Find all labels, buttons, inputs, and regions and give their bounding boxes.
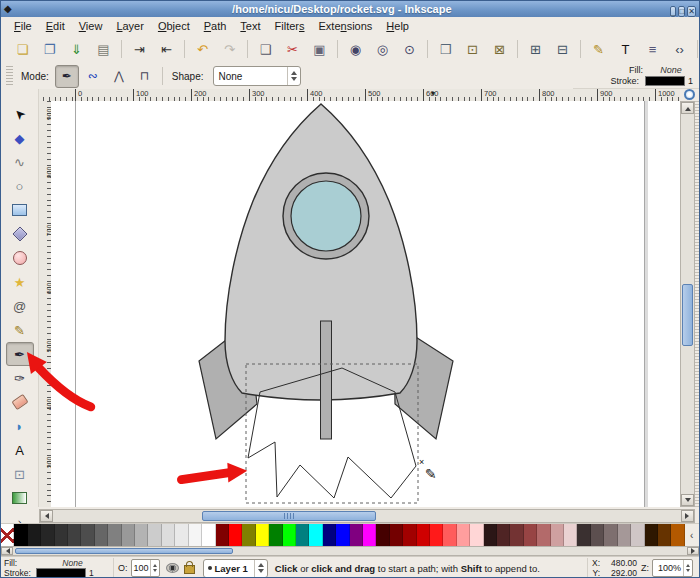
selector-tool-button[interactable]: ➤	[6, 102, 34, 126]
palette-swatch[interactable]	[390, 524, 403, 547]
stroke-color-swatch[interactable]	[645, 76, 685, 86]
layer-spinner-icon[interactable]	[254, 560, 267, 577]
palette-swatch[interactable]	[122, 524, 135, 547]
menu-item-extensions[interactable]: Extensions	[312, 19, 380, 33]
palette-swatch[interactable]	[162, 524, 175, 547]
palette-scrollbar[interactable]	[1, 546, 699, 556]
eraser-tool-button[interactable]	[6, 390, 34, 414]
palette-scroll-left-button[interactable]	[1, 547, 13, 555]
horizontal-scrollbar-thumb[interactable]	[202, 511, 376, 521]
xml-editor-button[interactable]: ‹›	[667, 37, 692, 62]
palette-swatch[interactable]	[336, 524, 349, 547]
palette-swatch[interactable]	[671, 524, 684, 547]
vertical-scrollbar[interactable]	[680, 101, 695, 507]
menu-item-path[interactable]: Path	[197, 19, 234, 33]
clone-button[interactable]: ⊡	[460, 37, 485, 62]
menu-item-layer[interactable]: Layer	[109, 19, 151, 33]
palette-swatch[interactable]	[350, 524, 363, 547]
calligraphy-tool-button[interactable]: ✑	[6, 366, 34, 390]
palette-swatch[interactable]	[283, 524, 296, 547]
import-document-button[interactable]: ⇥	[127, 37, 152, 62]
close-button[interactable]: ✕	[687, 6, 696, 17]
palette-swatch[interactable]	[604, 524, 617, 547]
shape-select[interactable]: None	[213, 66, 301, 86]
palette-swatch-none[interactable]	[1, 524, 14, 547]
palette-swatch[interactable]	[577, 524, 590, 547]
maximize-button[interactable]: □	[678, 6, 685, 17]
menu-item-filters[interactable]: Filters	[268, 19, 312, 33]
palette-swatch[interactable]	[524, 524, 537, 547]
vertical-scrollbar-thumb[interactable]	[682, 284, 693, 346]
palette-swatch[interactable]	[108, 524, 121, 547]
open-document-button[interactable]: ❐	[37, 37, 62, 62]
spinner-icon[interactable]	[683, 560, 692, 576]
palette-swatch[interactable]	[68, 524, 81, 547]
palette-swatch[interactable]	[41, 524, 54, 547]
palette-swatch[interactable]	[443, 524, 456, 547]
bezier-mode-button[interactable]: ✒	[55, 65, 79, 88]
fill-value[interactable]: None	[649, 65, 693, 75]
menu-item-file[interactable]: File	[7, 19, 39, 33]
tweak-tool-button[interactable]: ∿	[6, 150, 34, 174]
zoom-drawing-button[interactable]: ◎	[370, 37, 395, 62]
palette-swatch[interactable]	[497, 524, 510, 547]
palette-swatch[interactable]	[417, 524, 430, 547]
spiral-tool-button[interactable]: @	[6, 294, 34, 318]
palette-swatch[interactable]	[403, 524, 416, 547]
scroll-down-button[interactable]	[681, 494, 694, 506]
palette-swatch[interactable]	[537, 524, 550, 547]
palette-swatch[interactable]	[658, 524, 671, 547]
palette-swatch[interactable]	[256, 524, 269, 547]
layer-visibility-eye-icon[interactable]	[166, 563, 179, 573]
bucket-tool-button[interactable]: ◗	[6, 414, 34, 438]
menu-item-text[interactable]: Text	[233, 19, 267, 33]
duplicate-button[interactable]: ❒	[433, 37, 458, 62]
palette-swatch[interactable]	[376, 524, 389, 547]
palette-swatch[interactable]	[28, 524, 41, 547]
export-document-button[interactable]: ⇤	[154, 37, 179, 62]
undo-button[interactable]: ↶	[190, 37, 215, 62]
print-document-button[interactable]: ▤	[91, 37, 116, 62]
star-tool-button[interactable]: ★	[6, 270, 34, 294]
dock-grip[interactable]	[695, 101, 699, 507]
box3d-tool-button[interactable]	[6, 222, 34, 246]
palette-scroll-right-button[interactable]	[687, 547, 699, 555]
fill-value[interactable]: None	[36, 558, 109, 568]
layers-dialog-button[interactable]: ≡	[640, 37, 665, 62]
palette-swatch[interactable]	[631, 524, 644, 547]
palette-swatch[interactable]	[363, 524, 376, 547]
palette-swatch[interactable]	[457, 524, 470, 547]
palette-swatch[interactable]	[269, 524, 282, 547]
palette-swatch[interactable]	[189, 524, 202, 547]
group-button[interactable]: ⊞	[523, 37, 548, 62]
zoom-spinbox[interactable]: 100%	[652, 559, 693, 577]
rocket-window[interactable]	[291, 181, 361, 251]
scroll-left-button[interactable]	[40, 510, 53, 522]
fill-stroke-dialog-button[interactable]: ✎	[586, 37, 611, 62]
bezier-tool-button[interactable]: ✒	[6, 342, 34, 366]
menu-item-help[interactable]: Help	[379, 19, 416, 33]
palette-swatch[interactable]	[551, 524, 564, 547]
rectangle-tool-button[interactable]	[6, 198, 34, 222]
scroll-right-button[interactable]	[681, 510, 694, 522]
palette-swatch[interactable]	[564, 524, 577, 547]
palette-swatch[interactable]	[202, 524, 215, 547]
palette-swatch[interactable]	[148, 524, 161, 547]
palette-swatch[interactable]	[430, 524, 443, 547]
zoom-page-button[interactable]: ⊙	[397, 37, 422, 62]
menu-item-object[interactable]: Object	[151, 19, 197, 33]
redo-button[interactable]: ↷	[217, 37, 242, 62]
spinner-icon[interactable]	[150, 560, 159, 576]
palette-swatch[interactable]	[229, 524, 242, 547]
zoom-selection-button[interactable]: ◉	[343, 37, 368, 62]
palette-swatch[interactable]	[216, 524, 229, 547]
layer-select[interactable]: Layer 1	[203, 559, 268, 578]
new-document-button[interactable]: ❏	[10, 37, 35, 62]
scroll-up-button[interactable]	[681, 102, 694, 114]
palette-swatch[interactable]	[296, 524, 309, 547]
save-document-button[interactable]: ⇓	[64, 37, 89, 62]
palette-swatch[interactable]	[309, 524, 322, 547]
ellipse-tool-button[interactable]	[6, 246, 34, 270]
palette-swatch[interactable]	[618, 524, 631, 547]
pencil-tool-button[interactable]: ✎	[6, 318, 34, 342]
